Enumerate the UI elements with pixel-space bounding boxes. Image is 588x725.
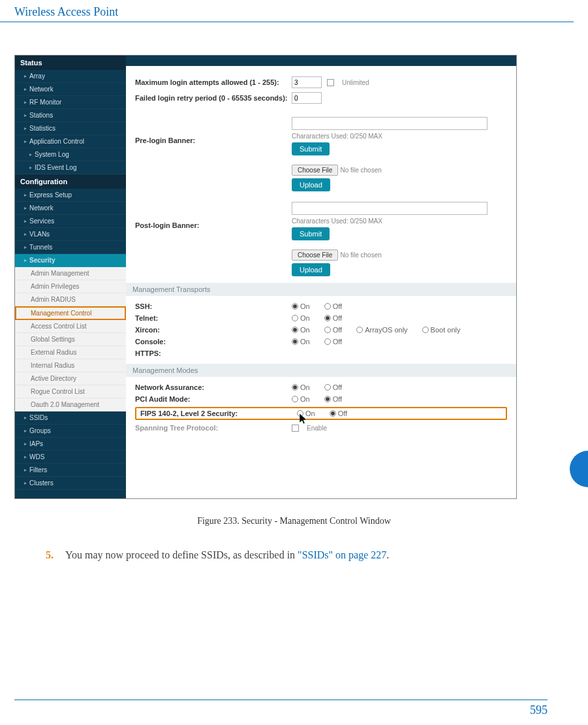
nav-sidebar: Status Array Network RF Monitor Stations… bbox=[15, 56, 126, 498]
sidebar-item-ids-event-log[interactable]: IDS Event Log bbox=[15, 161, 126, 174]
console-off-radio[interactable]: Off bbox=[324, 338, 342, 346]
max-login-input[interactable] bbox=[292, 76, 322, 88]
pre-upload-button[interactable]: Upload bbox=[292, 178, 330, 191]
xircon-boot-radio[interactable]: Boot only bbox=[422, 326, 461, 334]
page-tab-decoration bbox=[570, 451, 588, 487]
pre-banner-text[interactable] bbox=[292, 117, 487, 130]
netassure-off-radio[interactable]: Off bbox=[324, 383, 342, 391]
netassure-on-radio[interactable]: On bbox=[292, 383, 310, 391]
post-banner-label: Post-login Banner: bbox=[135, 202, 292, 229]
max-login-label: Maximum login attempts allowed (1 - 255)… bbox=[135, 78, 292, 86]
console-on-radio[interactable]: On bbox=[292, 338, 310, 346]
sidebar-item-ssids[interactable]: SSIDs bbox=[15, 411, 126, 425]
spanning-enable-checkbox[interactable] bbox=[292, 425, 299, 432]
sub-admin-mgmt[interactable]: Admin Management bbox=[15, 267, 126, 280]
sub-acl[interactable]: Access Control List bbox=[15, 320, 126, 333]
main-panel: Maximum login attempts allowed (1 - 255)… bbox=[126, 56, 516, 498]
xircon-off-radio[interactable]: Off bbox=[324, 326, 342, 334]
unlimited-label: Unlimited bbox=[342, 79, 369, 86]
telnet-off-radio[interactable]: Off bbox=[324, 314, 342, 322]
pre-submit-button[interactable]: Submit bbox=[292, 142, 330, 155]
config-header: Configuration bbox=[15, 174, 126, 189]
step-text: You may now proceed to define SSIDs, as … bbox=[65, 546, 389, 564]
sidebar-item-network[interactable]: Network bbox=[15, 83, 126, 96]
sidebar-item-vlans[interactable]: VLANs bbox=[15, 228, 126, 241]
pre-no-file: No file chosen bbox=[340, 167, 381, 174]
spanning-label: Spanning Tree Protocol: bbox=[135, 424, 292, 432]
sub-rogue[interactable]: Rogue Control List bbox=[15, 385, 126, 398]
console-label: Console: bbox=[135, 338, 292, 346]
sub-mgmt-control[interactable]: Management Control bbox=[15, 306, 126, 320]
post-upload-button[interactable]: Upload bbox=[292, 263, 330, 276]
sidebar-item-services[interactable]: Services bbox=[15, 215, 126, 228]
sub-global[interactable]: Global Settings bbox=[15, 333, 126, 346]
sidebar-item-tunnels[interactable]: Tunnels bbox=[15, 241, 126, 254]
body-paragraph: 5. You may now proceed to define SSIDs, … bbox=[46, 546, 529, 564]
post-chars-hint: Chararacters Used: 0/250 MAX bbox=[292, 218, 382, 225]
screenshot-figure: Status Array Network RF Monitor Stations… bbox=[14, 55, 517, 499]
sub-ext-radius[interactable]: External Radius bbox=[15, 346, 126, 359]
sidebar-item-express-setup[interactable]: Express Setup bbox=[15, 189, 126, 202]
retry-label: Failed login retry period (0 - 65535 sec… bbox=[135, 94, 292, 102]
ssh-on-radio[interactable]: On bbox=[292, 302, 310, 310]
ssh-off-radio[interactable]: Off bbox=[324, 302, 342, 310]
sub-oauth[interactable]: Oauth 2.0 Management bbox=[15, 398, 126, 411]
sidebar-item-statistics[interactable]: Statistics bbox=[15, 122, 126, 135]
retry-input[interactable] bbox=[292, 92, 322, 104]
sidebar-item-groups[interactable]: Groups bbox=[15, 425, 126, 438]
pre-chars-hint: Chararacters Used: 0/250 MAX bbox=[292, 133, 382, 140]
sidebar-item-system-log[interactable]: System Log bbox=[15, 148, 126, 161]
xircon-arrayos-radio[interactable]: ArrayOS only bbox=[356, 326, 407, 334]
sub-admin-radius[interactable]: Admin RADIUS bbox=[15, 293, 126, 306]
sidebar-item-cfg-network[interactable]: Network bbox=[15, 202, 126, 215]
fips-label: FIPS 140-2, Level 2 Security: bbox=[140, 410, 297, 417]
page-number: 595 bbox=[530, 703, 548, 717]
footer-rule bbox=[14, 700, 548, 700]
spanning-enable-label: Enable bbox=[307, 425, 327, 432]
sidebar-item-iaps[interactable]: IAPs bbox=[15, 438, 126, 451]
unlimited-checkbox[interactable] bbox=[327, 79, 334, 86]
sidebar-item-rf-monitor[interactable]: RF Monitor bbox=[15, 96, 126, 109]
panel-topbar bbox=[126, 56, 516, 66]
xircon-on-radio[interactable]: On bbox=[292, 326, 310, 334]
sub-active-dir[interactable]: Active Directory bbox=[15, 372, 126, 385]
https-label: HTTPS: bbox=[135, 349, 292, 357]
transports-head: Management Transports bbox=[126, 283, 516, 296]
sub-admin-priv[interactable]: Admin Privileges bbox=[15, 280, 126, 293]
sidebar-item-security[interactable]: Security bbox=[15, 254, 126, 267]
fips-off-radio[interactable]: Off bbox=[330, 410, 347, 417]
sidebar-item-app-control[interactable]: Application Control bbox=[15, 135, 126, 148]
net-assurance-label: Network Assurance: bbox=[135, 383, 292, 391]
post-submit-button[interactable]: Submit bbox=[292, 227, 330, 240]
status-header: Status bbox=[15, 56, 126, 70]
post-no-file: No file chosen bbox=[340, 251, 381, 259]
modes-head: Management Modes bbox=[126, 364, 516, 377]
figure-caption: Figure 233. Security - Management Contro… bbox=[0, 516, 588, 526]
pci-off-radio[interactable]: Off bbox=[324, 395, 342, 403]
xircon-label: Xircon: bbox=[135, 326, 292, 334]
post-banner-text[interactable] bbox=[292, 202, 487, 215]
sidebar-item-wds[interactable]: WDS bbox=[15, 451, 126, 464]
ssh-label: SSH: bbox=[135, 302, 292, 310]
pre-choose-file-button[interactable]: Choose File bbox=[292, 165, 338, 176]
ssids-link[interactable]: "SSIDs" on page 227 bbox=[298, 549, 386, 560]
sidebar-item-stations[interactable]: Stations bbox=[15, 109, 126, 122]
sidebar-item-clusters[interactable]: Clusters bbox=[15, 477, 126, 490]
sidebar-item-filters[interactable]: Filters bbox=[15, 464, 126, 477]
sub-int-radius[interactable]: Internal Radius bbox=[15, 359, 126, 372]
step-number: 5. bbox=[46, 546, 54, 564]
post-choose-file-button[interactable]: Choose File bbox=[292, 250, 338, 261]
pci-on-radio[interactable]: On bbox=[292, 395, 310, 403]
telnet-label: Telnet: bbox=[135, 314, 292, 322]
sidebar-item-array[interactable]: Array bbox=[15, 70, 126, 83]
telnet-on-radio[interactable]: On bbox=[292, 314, 310, 322]
page-header: Wireless Access Point bbox=[0, 0, 574, 22]
pci-audit-label: PCI Audit Mode: bbox=[135, 395, 292, 403]
pre-banner-label: Pre-login Banner: bbox=[135, 117, 292, 144]
